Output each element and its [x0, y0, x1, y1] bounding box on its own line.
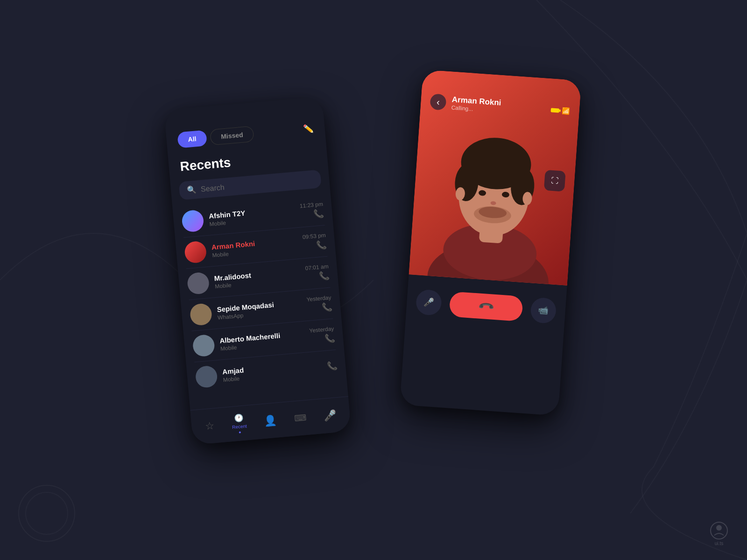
- call-icon-alberto: 📞: [324, 333, 335, 344]
- call-meta-amjad: 📞: [326, 360, 338, 371]
- nav-label-recent: Recent: [232, 423, 247, 430]
- watermark-text: ui.ts: [715, 541, 723, 546]
- caller-silhouette: [423, 98, 565, 285]
- missed-call-icon-arman: 📞: [316, 239, 327, 251]
- contact-info-alberto: Alberto Macherelli Mobile: [219, 329, 305, 352]
- edit-icon[interactable]: ✏️: [303, 123, 314, 134]
- call-meta-arman: 09:53 pm 📞: [302, 232, 327, 252]
- svg-point-1: [26, 492, 68, 534]
- tab-missed[interactable]: Missed: [210, 126, 254, 146]
- search-icon: 🔍: [186, 185, 197, 195]
- svg-point-0: [19, 485, 75, 541]
- bottom-nav: ☆ 🕐 Recent 👤 ⌨ 🎤: [190, 396, 351, 445]
- contacts-icon: 👤: [264, 414, 277, 427]
- call-meta-mrali: 07:01 am 📞: [305, 263, 330, 283]
- back-icon: ‹: [436, 97, 440, 107]
- favorites-icon: ☆: [204, 420, 215, 433]
- nav-item-recent[interactable]: 🕐 Recent: [231, 413, 247, 434]
- fullscreen-button[interactable]: ⛶: [544, 170, 566, 192]
- avatar-amjad: [195, 365, 218, 388]
- avatar-arman: [184, 240, 207, 264]
- contact-info-amjad: Amjad Mobile: [222, 359, 322, 383]
- call-icon-sepide: 📞: [321, 301, 332, 313]
- phone-calling: ‹ Arman Rokni Calling... 📶 ⛶ 🎤: [400, 70, 581, 416]
- nav-item-contacts[interactable]: 👤: [264, 414, 277, 427]
- recent-icon: 🕐: [234, 413, 244, 423]
- battery-icon: [551, 108, 560, 112]
- tab-all[interactable]: All: [177, 130, 207, 148]
- wifi-icon: 📶: [562, 107, 570, 115]
- caller-info: Arman Rokni Calling...: [451, 95, 546, 118]
- avatar-afshin: [181, 210, 204, 233]
- nav-item-voicemail[interactable]: 🎤: [323, 409, 337, 422]
- contact-info-sepide: Sepide Moqadasi WhatsApp: [217, 298, 302, 321]
- fullscreen-icon: ⛶: [551, 176, 559, 185]
- mute-button[interactable]: 🎤: [416, 289, 443, 316]
- call-meta-alberto: Yesterday 📞: [309, 325, 335, 345]
- avatar-sepide: [190, 303, 213, 326]
- nav-item-keypad[interactable]: ⌨: [294, 413, 307, 424]
- nav-item-favorites[interactable]: ☆: [204, 420, 215, 433]
- contact-info-mrali: Mr.alidoost Mobile: [214, 267, 301, 290]
- search-input[interactable]: Search: [200, 183, 225, 193]
- contact-info-afshin: Afshin T2Y Mobile: [208, 204, 295, 227]
- back-button[interactable]: ‹: [430, 93, 446, 110]
- phones-container: All Missed ✏️ Recents 🔍 Search Afshin T2…: [163, 70, 584, 490]
- calling-photo: ‹ Arman Rokni Calling... 📶 ⛶: [409, 70, 582, 286]
- keypad-icon: ⌨: [294, 413, 307, 424]
- end-call-button[interactable]: 📞: [449, 291, 523, 322]
- nav-active-indicator: [239, 431, 241, 433]
- call-icon-mrali: 📞: [318, 271, 330, 282]
- call-meta-sepide: Yesterday 📞: [306, 294, 332, 314]
- call-list: Afshin T2Y Mobile 11:23 pm 📞 Arman Rokni…: [172, 194, 347, 394]
- call-icon-amjad: 📞: [326, 360, 338, 371]
- avatar-mrali: [187, 272, 210, 295]
- svg-point-17: [716, 525, 722, 531]
- call-controls: 🎤 📞 📹: [415, 284, 557, 331]
- video-icon: 📹: [538, 305, 549, 316]
- status-icons: 📶: [550, 106, 570, 115]
- call-meta-afshin: 11:23 pm 📞: [299, 201, 324, 220]
- contact-info-arman: Arman Rokni Mobile: [211, 236, 298, 259]
- end-call-icon: 📞: [477, 298, 494, 315]
- phone-recents: All Missed ✏️ Recents 🔍 Search Afshin T2…: [164, 96, 351, 445]
- filter-tabs: All Missed: [177, 126, 254, 148]
- watermark: ui.ts: [710, 521, 728, 546]
- avatar-alberto: [192, 334, 215, 357]
- call-icon-afshin: 📞: [313, 208, 324, 219]
- video-button[interactable]: 📹: [530, 297, 557, 324]
- mute-icon: 🎤: [423, 297, 434, 308]
- voicemail-icon: 🎤: [323, 409, 337, 422]
